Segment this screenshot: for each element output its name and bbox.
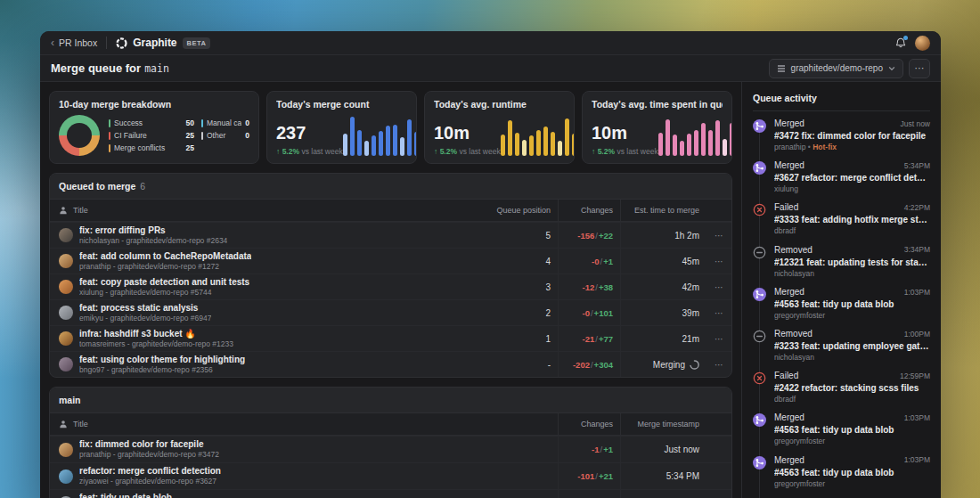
queue-position-cell: 2 <box>478 300 558 325</box>
additions: +1 <box>603 445 613 454</box>
pr-title: feat: using color theme for highlighting <box>79 355 245 365</box>
repo-selector-dropdown[interactable]: graphitedev/demo-repo <box>769 59 903 78</box>
activity-author: nicholasyan <box>774 353 930 362</box>
navbar-divider <box>106 37 107 49</box>
queued-table-body: fix: error diffing PRsnicholasyan - grap… <box>50 222 731 377</box>
activity-item[interactable]: Failed4:22PM#3333 feat: adding hotfix me… <box>753 198 930 240</box>
queue-position-cell: 5 <box>478 223 558 248</box>
merged-pr-row[interactable]: fix: dimmed color for facepilepranathip … <box>50 436 731 462</box>
pr-author-repo: pranathip - graphitedev/demo-repo #1272 <box>79 262 251 271</box>
queued-pr-row[interactable]: feat: process static analysisemikyu - gr… <box>50 299 731 325</box>
activity-status: Merged <box>774 160 804 171</box>
queue-time-delta: ↑ 5.2% vs last week <box>592 147 658 156</box>
activity-author: gregorymfoster <box>774 437 930 445</box>
merge-count-value: 237 <box>276 124 343 142</box>
chart-bar <box>364 141 369 156</box>
repo-icon <box>777 64 786 73</box>
est-time: 21m <box>682 334 699 344</box>
column-header-timestamp[interactable]: Merge timestamp <box>620 413 706 435</box>
merged-status-icon <box>753 119 766 133</box>
removed-status-icon <box>753 330 766 343</box>
pr-title-cell: fix: error diffing PRsnicholasyan - grap… <box>50 223 478 248</box>
author-avatar <box>59 357 73 371</box>
main-content: 10-day merge breakdown Success50CI Failu… <box>40 82 741 498</box>
chart-bar <box>501 135 505 156</box>
legend-value: 0 <box>245 118 249 127</box>
row-actions-button[interactable]: ⋯ <box>706 274 731 299</box>
row-actions-button[interactable]: ⋯ <box>706 249 731 273</box>
activity-status: Removed <box>774 329 813 339</box>
additions: +1 <box>603 257 613 266</box>
merge-breakdown-donut-chart <box>59 115 100 156</box>
chart-bar <box>680 141 684 156</box>
chart-bar <box>522 140 527 156</box>
column-header-changes[interactable]: Changes <box>558 413 620 435</box>
activity-item[interactable]: Failed12:59PM#2422 refactor: stacking sc… <box>753 366 930 408</box>
pr-title: fix: error diffing PRs <box>79 225 227 236</box>
chart-bar <box>543 127 548 156</box>
chart-bar <box>407 119 412 156</box>
column-header-queue-position[interactable]: Queue position <box>478 200 558 221</box>
row-actions-button[interactable]: ⋯ <box>706 326 731 351</box>
activity-status: Merged <box>774 412 804 423</box>
legend-value: 0 <box>245 131 249 140</box>
activity-item[interactable]: Merged1:03PM#4563 feat: tidy up data blo… <box>753 408 930 450</box>
chart-bar <box>379 131 383 156</box>
back-to-pr-inbox-button[interactable]: ‹ PR Inbox <box>51 37 97 48</box>
chart-bar <box>515 133 519 156</box>
pr-author-repo: tomasreimers - graphitedev/demo-repo #12… <box>79 339 233 348</box>
additions: +304 <box>594 360 613 370</box>
activity-item[interactable]: Merged1:03PM#4563 feat: tidy up data blo… <box>753 282 930 324</box>
merged-pr-row[interactable]: refactor: merge conflict detectionziyaow… <box>50 462 731 489</box>
notifications-bell-icon[interactable] <box>895 37 906 49</box>
legend-tick <box>201 119 203 127</box>
column-header-changes[interactable]: Changes <box>558 200 620 221</box>
row-actions-button[interactable]: ⋯ <box>706 352 731 377</box>
column-header-title[interactable]: Title <box>73 420 88 429</box>
activity-pr-title: #2422 refactor: stacking scss files <box>774 383 930 394</box>
activity-pr-title: #3627 refactor: merge conflict detection <box>774 173 930 184</box>
page-more-actions-button[interactable]: ⋯ <box>909 59 930 78</box>
additions: +22 <box>599 231 613 241</box>
activity-time: 1:03PM <box>904 413 930 422</box>
activity-author: gregorymfoster <box>774 479 930 488</box>
column-header-title[interactable]: Title <box>73 206 88 215</box>
queued-pr-row[interactable]: fix: error diffing PRsnicholasyan - grap… <box>50 222 731 248</box>
merged-pr-row[interactable]: feat: tidy up data blobgregorymfoster - … <box>50 489 731 498</box>
branch-name: main <box>144 62 169 75</box>
activity-item[interactable]: Removed3:34PM#12321 feat: updating tests… <box>753 241 930 282</box>
queue-position-cell: - <box>478 352 558 377</box>
row-actions-button[interactable]: ⋯ <box>706 300 731 325</box>
changes-cell: -101/+21 <box>558 463 620 489</box>
person-icon <box>59 420 68 429</box>
queue-activity-list: MergedJust now#3472 fix: dimmed color fo… <box>753 114 930 498</box>
notification-dot <box>903 36 908 40</box>
queued-pr-row[interactable]: infra: hashdiff s3 bucket 🔥tomasreimers … <box>50 325 731 351</box>
changes-cell: -0/+101 <box>558 300 620 325</box>
queued-pr-row[interactable]: feat: add column to CacheRepoMetadatapra… <box>50 248 731 273</box>
activity-time: 1:00PM <box>904 330 930 339</box>
pr-title-cell: feat: using color theme for highlighting… <box>50 352 478 377</box>
top-navbar: ‹ PR Inbox Graphite BETA <box>40 31 941 55</box>
pr-author-repo: pranathip - graphitedev/demo-repo #3472 <box>79 450 219 459</box>
queued-pr-row[interactable]: feat: copy paste detection and unit test… <box>50 273 731 299</box>
activity-item[interactable]: MergedJust now#3472 fix: dimmed color fo… <box>753 114 930 156</box>
activity-item[interactable]: Merged1:03PM#4563 feat: tidy up data blo… <box>753 451 930 493</box>
failed-status-icon <box>753 371 766 385</box>
est-time: 45m <box>682 257 699 266</box>
queued-table-header: Title Queue position Changes Est. time t… <box>50 200 731 222</box>
merged-status-icon <box>753 456 766 469</box>
author-avatar <box>59 469 73 484</box>
activity-item[interactable]: Removed1:00PM#3233 feat: updating employ… <box>753 324 930 366</box>
activity-item[interactable]: Merged1:03PM#4563 feat: tidy up data blo… <box>753 493 930 498</box>
user-avatar[interactable] <box>915 36 930 51</box>
activity-item[interactable]: Merged5:34PM#3627 refactor: merge confli… <box>753 156 930 198</box>
app-logo[interactable]: Graphite BETA <box>116 37 210 49</box>
row-actions-button[interactable]: ⋯ <box>706 223 731 248</box>
est-time-cell: 42m <box>620 274 706 299</box>
activity-pr-title: #4563 feat: tidy up data blob <box>774 425 930 436</box>
column-header-est-time[interactable]: Est. time to merge <box>620 200 706 221</box>
queue-position-cell: 1 <box>478 326 558 351</box>
chevron-left-icon: ‹ <box>51 37 54 48</box>
queued-pr-row[interactable]: feat: using color theme for highlighting… <box>50 351 731 377</box>
